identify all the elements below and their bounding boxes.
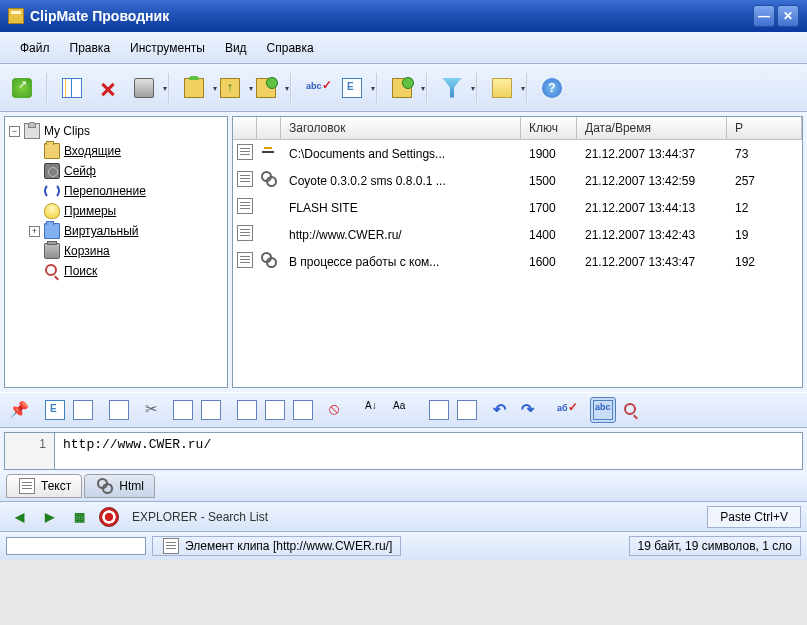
new-button[interactable] — [106, 397, 132, 423]
menu-help[interactable]: Справка — [257, 36, 324, 59]
tool-btn-4[interactable] — [262, 397, 288, 423]
options-icon — [492, 78, 512, 98]
cell-datetime: 21.12.2007 13:43:47 — [577, 253, 727, 271]
cell-r: 12 — [727, 199, 802, 217]
menu-edit[interactable]: Правка — [60, 36, 121, 59]
undo-button[interactable]: ↶ — [490, 397, 516, 423]
clipboard-root-icon — [24, 123, 40, 139]
form-button[interactable]: ▾ — [336, 72, 368, 104]
search-icon — [44, 263, 60, 279]
text-tab-icon — [19, 478, 35, 494]
status-element: Элемент клипа [http://www.CWER.ru/] — [152, 536, 401, 556]
paste-button[interactable] — [198, 397, 224, 423]
col-title[interactable]: Заголовок — [281, 117, 521, 139]
copy-icon — [173, 400, 193, 420]
print-button[interactable]: ▾ — [128, 72, 160, 104]
menu-view[interactable]: Вид — [215, 36, 257, 59]
search-list-label: EXPLORER - Search List — [126, 510, 703, 524]
col-key[interactable]: Ключ — [521, 117, 577, 139]
replace-button[interactable]: A↓ — [362, 397, 388, 423]
tool-icon — [293, 400, 313, 420]
table-row[interactable]: FLASH SITE170021.12.2007 13:44:1312 — [233, 194, 802, 221]
nav-prev-button[interactable]: ◀ — [6, 504, 32, 530]
tool-btn-7[interactable] — [454, 397, 480, 423]
pin-icon: 📌 — [9, 400, 29, 420]
nav-next-button[interactable]: ▶ — [36, 504, 62, 530]
nav-list-button[interactable]: ▦ — [66, 504, 92, 530]
cut-button[interactable]: ✂ — [142, 397, 168, 423]
list-body[interactable]: C:\Documents and Settings...190021.12.20… — [233, 140, 802, 387]
clipboard-up-icon — [220, 78, 240, 98]
filter-button[interactable]: ▾ — [436, 72, 468, 104]
connect-button[interactable] — [6, 72, 38, 104]
tool-icon — [457, 400, 477, 420]
cut-icon: ✂ — [145, 400, 165, 420]
status-bar: Элемент клипа [http://www.CWER.ru/] 19 б… — [0, 532, 807, 560]
tree-item-search[interactable]: Поиск — [29, 261, 223, 281]
spellcheck-button[interactable]: abc✓ — [300, 72, 332, 104]
tree-item-virtual[interactable]: + Виртуальный — [29, 221, 223, 241]
col-r[interactable]: Р — [727, 117, 802, 139]
box-icon — [45, 400, 65, 420]
cell-r: 19 — [727, 226, 802, 244]
tree-panel[interactable]: − My Clips Входящие Сейф Переполнение — [4, 116, 228, 388]
app-title: ClipMate Проводник — [30, 8, 753, 24]
paste-hint[interactable]: Paste Ctrl+V — [707, 506, 801, 528]
tree-item-examples[interactable]: Примеры — [29, 201, 223, 221]
tool-btn-5[interactable] — [290, 397, 316, 423]
menu-file[interactable]: Файл — [10, 36, 60, 59]
panes-button[interactable] — [56, 72, 88, 104]
expand-icon[interactable]: + — [29, 226, 40, 237]
menu-tools[interactable]: Инструменты — [120, 36, 215, 59]
clipboard-icon — [184, 78, 204, 98]
tab-html[interactable]: Html — [84, 474, 155, 498]
redo-button[interactable]: ↷ — [518, 397, 544, 423]
case-button[interactable]: Aa — [390, 397, 416, 423]
line-gutter: 1 — [4, 432, 54, 470]
tool-btn-1[interactable] — [42, 397, 68, 423]
help-button[interactable]: ? — [536, 72, 568, 104]
clipboard-up-button[interactable]: ▾ — [214, 72, 246, 104]
zoom-button[interactable] — [618, 397, 644, 423]
folder-blue-icon — [44, 223, 60, 239]
pin-button[interactable]: 📌 — [6, 397, 32, 423]
target-button[interactable] — [96, 504, 122, 530]
row-type-icon — [237, 225, 253, 241]
spell-button[interactable]: аб✓ — [554, 397, 580, 423]
main-split: − My Clips Входящие Сейф Переполнение — [0, 112, 807, 392]
col-datetime[interactable]: Дата/Время — [577, 117, 727, 139]
html-tab-icon — [97, 478, 113, 494]
tool-btn-3[interactable] — [234, 397, 260, 423]
stop-button[interactable]: ⦸ — [326, 397, 352, 423]
tool-btn-6[interactable] — [426, 397, 452, 423]
col-icon2[interactable] — [257, 117, 281, 139]
cell-title: Coyote 0.3.0.2 sms 0.8.0.1 ... — [281, 172, 521, 190]
table-row[interactable]: C:\Documents and Settings...190021.12.20… — [233, 140, 802, 167]
collapse-icon[interactable]: − — [9, 126, 20, 137]
table-row[interactable]: В процессе работы с ком...160021.12.2007… — [233, 248, 802, 275]
tree-item-safe[interactable]: Сейф — [29, 161, 223, 181]
tree-item-overflow[interactable]: Переполнение — [29, 181, 223, 201]
delete-button[interactable] — [92, 72, 124, 104]
wrap-button[interactable]: abc — [590, 397, 616, 423]
table-row[interactable]: http://www.CWER.ru/140021.12.2007 13:42:… — [233, 221, 802, 248]
minimize-button[interactable]: — — [753, 5, 775, 27]
open-folder-button[interactable]: ▾ — [386, 72, 418, 104]
col-icon1[interactable] — [233, 117, 257, 139]
status-input[interactable] — [6, 537, 146, 555]
main-toolbar: ▾ ▾ ▾ ▾ abc✓ ▾ ▾ ▾ ▾ ? — [0, 64, 807, 112]
tree-root[interactable]: − My Clips — [9, 121, 223, 141]
tool-btn-2[interactable] — [70, 397, 96, 423]
copy-button[interactable] — [170, 397, 196, 423]
table-row[interactable]: Coyote 0.3.0.2 sms 0.8.0.1 ...150021.12.… — [233, 167, 802, 194]
clipboard-new-button[interactable]: ▾ — [178, 72, 210, 104]
options-button[interactable]: ▾ — [486, 72, 518, 104]
editor-text[interactable]: http://www.CWER.ru/ — [54, 432, 803, 470]
folder-action-button[interactable]: ▾ — [250, 72, 282, 104]
cell-title: http://www.CWER.ru/ — [281, 226, 521, 244]
close-button[interactable]: ✕ — [777, 5, 799, 27]
tree-item-inbox[interactable]: Входящие — [29, 141, 223, 161]
cell-r: 257 — [727, 172, 802, 190]
tab-text[interactable]: Текст — [6, 474, 82, 498]
tree-item-trash[interactable]: Корзина — [29, 241, 223, 261]
